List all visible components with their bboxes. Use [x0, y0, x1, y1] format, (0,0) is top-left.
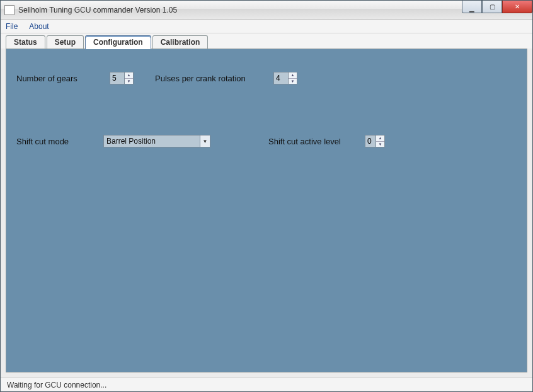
tabstrip: Status Setup Configuration Calibration [1, 33, 532, 49]
label-number-of-gears: Number of gears [16, 74, 105, 83]
spinner-arrows: ▲ ▼ [289, 72, 297, 84]
spinner-arrows: ▲ ▼ [376, 135, 385, 147]
field-shift-cut-level: Shift cut active level ▲ ▼ [268, 135, 385, 147]
label-shift-cut-mode: Shift cut mode [16, 137, 98, 146]
menu-file[interactable]: File [6, 22, 18, 31]
app-window: Sellholm Tuning GCU commander Version 1.… [0, 0, 533, 392]
titlebar[interactable]: Sellholm Tuning GCU commander Version 1.… [1, 1, 532, 20]
combo-shift-cut-mode[interactable]: Barrel Position ▼ [103, 135, 210, 147]
input-number-of-gears[interactable] [110, 72, 125, 84]
arrow-up-icon[interactable]: ▲ [376, 135, 384, 142]
arrow-down-icon[interactable]: ▼ [376, 142, 384, 147]
combo-value-shift-cut-mode: Barrel Position [106, 137, 156, 146]
field-pulses: Pulses per crank rotation ▲ ▼ [155, 72, 297, 84]
tab-calibration[interactable]: Calibration [152, 35, 209, 49]
tab-setup[interactable]: Setup [47, 35, 84, 49]
menu-about[interactable]: About [29, 22, 49, 31]
chevron-down-icon[interactable]: ▼ [200, 135, 210, 147]
arrow-up-icon[interactable]: ▲ [125, 72, 133, 79]
tab-status[interactable]: Status [6, 35, 45, 49]
spinner-pulses[interactable]: ▲ ▼ [273, 72, 297, 84]
maximize-button[interactable]: ▢ [482, 1, 502, 13]
label-shift-cut-level: Shift cut active level [268, 137, 360, 146]
menubar: File About [1, 20, 532, 33]
app-icon [4, 5, 14, 15]
field-shift-cut-mode: Shift cut mode Barrel Position ▼ [16, 135, 210, 147]
tab-configuration[interactable]: Configuration [85, 35, 151, 49]
content-area: Number of gears ▲ ▼ Pulses per crank rot… [1, 49, 532, 376]
arrow-down-icon[interactable]: ▼ [289, 79, 297, 84]
close-button[interactable]: ✕ [502, 1, 532, 13]
minimize-button[interactable]: ▁ [462, 1, 482, 13]
window-title: Sellholm Tuning GCU commander Version 1.… [18, 6, 529, 14]
statusbar: Waiting for GCU connection... [1, 378, 532, 391]
spinner-shift-cut-level[interactable]: ▲ ▼ [365, 135, 385, 147]
label-pulses: Pulses per crank rotation [155, 74, 268, 83]
spinner-number-of-gears[interactable]: ▲ ▼ [110, 72, 134, 84]
arrow-up-icon[interactable]: ▲ [289, 72, 297, 79]
input-shift-cut-level[interactable] [365, 135, 376, 147]
field-number-of-gears: Number of gears ▲ ▼ [16, 72, 134, 84]
configuration-panel: Number of gears ▲ ▼ Pulses per crank rot… [6, 49, 527, 372]
window-controls: ▁ ▢ ✕ [462, 1, 532, 13]
input-pulses[interactable] [273, 72, 289, 84]
spinner-arrows: ▲ ▼ [125, 72, 134, 84]
arrow-down-icon[interactable]: ▼ [125, 79, 133, 84]
status-text: Waiting for GCU connection... [7, 381, 106, 389]
